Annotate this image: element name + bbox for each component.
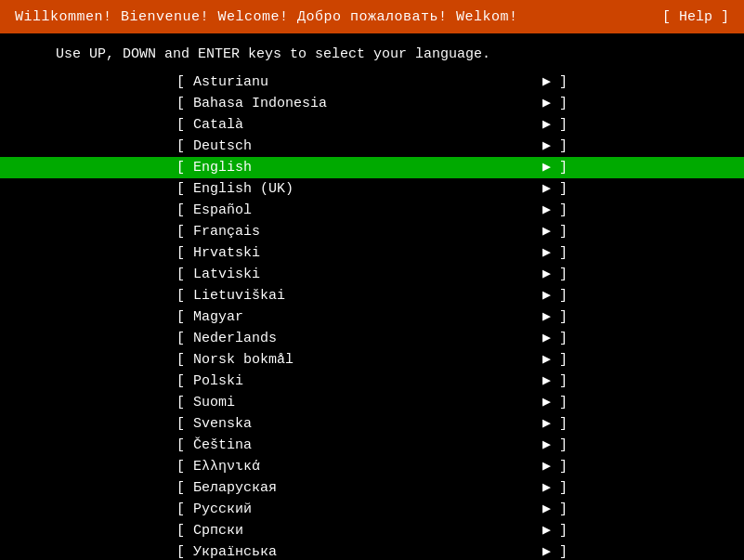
lang-arrow: ▶ ] bbox=[542, 350, 568, 370]
lang-arrow: ▶ ] bbox=[542, 94, 568, 113]
lang-arrow: ▶ ] bbox=[542, 72, 568, 92]
lang-label: [ English (UK) bbox=[176, 179, 294, 199]
lang-label: [ Беларуская bbox=[176, 478, 277, 498]
lang-arrow: ▶ ] bbox=[542, 115, 568, 135]
lang-arrow: ▶ ] bbox=[542, 158, 568, 177]
lang-arrow: ▶ ] bbox=[542, 243, 568, 263]
language-item[interactable]: [ Polski▶ ] bbox=[0, 371, 744, 392]
lang-label: [ Hrvatski bbox=[176, 243, 260, 263]
lang-label: [ English bbox=[176, 158, 252, 177]
lang-arrow: ▶ ] bbox=[542, 329, 568, 348]
header-bar: Willkommen! Bienvenue! Welcome! Добро по… bbox=[0, 0, 744, 33]
language-item[interactable]: [ Suomi▶ ] bbox=[0, 392, 744, 413]
language-item[interactable]: [ Magyar▶ ] bbox=[0, 306, 744, 328]
language-item[interactable]: [ Asturianu▶ ] bbox=[0, 72, 744, 93]
lang-label: [ Català bbox=[176, 115, 243, 135]
language-item[interactable]: [ Deutsch▶ ] bbox=[0, 136, 744, 157]
language-item[interactable]: [ Français▶ ] bbox=[0, 221, 744, 242]
lang-label: [ Español bbox=[176, 201, 252, 220]
lang-label: [ Српски bbox=[176, 521, 243, 540]
language-item[interactable]: [ Ελληνικά▶ ] bbox=[0, 456, 744, 477]
language-item[interactable]: [ English (UK)▶ ] bbox=[0, 178, 744, 200]
language-item[interactable]: [ Русский▶ ] bbox=[0, 499, 744, 520]
language-item[interactable]: [ Latviski▶ ] bbox=[0, 264, 744, 285]
lang-arrow: ▶ ] bbox=[542, 393, 568, 412]
language-item[interactable]: [ Español▶ ] bbox=[0, 200, 744, 221]
lang-arrow: ▶ ] bbox=[542, 307, 568, 327]
language-item[interactable]: [ Bahasa Indonesia▶ ] bbox=[0, 93, 744, 114]
header-title: Willkommen! Bienvenue! Welcome! Добро по… bbox=[15, 9, 518, 25]
language-item[interactable]: [ English▶ ] bbox=[0, 157, 744, 178]
lang-label: [ Lietuviškai bbox=[176, 286, 285, 306]
lang-arrow: ▶ ] bbox=[542, 286, 568, 306]
lang-label: [ Nederlands bbox=[176, 329, 277, 348]
instruction-text: Use UP, DOWN and ENTER keys to select yo… bbox=[0, 33, 744, 72]
lang-label: [ Svenska bbox=[176, 414, 252, 434]
lang-label: [ Deutsch bbox=[176, 137, 252, 156]
lang-label: [ Magyar bbox=[176, 307, 243, 327]
help-button[interactable]: [ Help ] bbox=[662, 9, 729, 25]
language-item[interactable]: [ Čeština▶ ] bbox=[0, 435, 744, 456]
lang-label: [ Ελληνικά bbox=[176, 457, 260, 476]
lang-arrow: ▶ ] bbox=[542, 265, 568, 284]
lang-label: [ Українська bbox=[176, 542, 277, 560]
language-item[interactable]: [ Українська▶ ] bbox=[0, 541, 744, 560]
lang-label: [ Polski bbox=[176, 371, 243, 391]
lang-arrow: ▶ ] bbox=[542, 457, 568, 476]
lang-arrow: ▶ ] bbox=[542, 500, 568, 519]
lang-arrow: ▶ ] bbox=[542, 137, 568, 156]
lang-label: [ Latviski bbox=[176, 265, 260, 284]
language-item[interactable]: [ Беларуская▶ ] bbox=[0, 477, 744, 499]
language-item[interactable]: [ Hrvatski▶ ] bbox=[0, 242, 744, 264]
lang-label: [ Bahasa Indonesia bbox=[176, 94, 327, 113]
lang-arrow: ▶ ] bbox=[542, 542, 568, 560]
lang-label: [ Čeština bbox=[176, 436, 252, 455]
language-item[interactable]: [ Català▶ ] bbox=[0, 114, 744, 136]
language-item[interactable]: [ Nederlands▶ ] bbox=[0, 328, 744, 349]
lang-arrow: ▶ ] bbox=[542, 478, 568, 498]
lang-arrow: ▶ ] bbox=[542, 521, 568, 540]
lang-label: [ Русский bbox=[176, 500, 252, 519]
lang-arrow: ▶ ] bbox=[542, 179, 568, 199]
lang-arrow: ▶ ] bbox=[542, 371, 568, 391]
lang-label: [ Asturianu bbox=[176, 72, 268, 92]
lang-label: [ Norsk bokmål bbox=[176, 350, 294, 370]
lang-label: [ Français bbox=[176, 222, 260, 241]
lang-arrow: ▶ ] bbox=[542, 201, 568, 220]
lang-arrow: ▶ ] bbox=[542, 414, 568, 434]
lang-arrow: ▶ ] bbox=[542, 222, 568, 241]
lang-arrow: ▶ ] bbox=[542, 436, 568, 455]
lang-label: [ Suomi bbox=[176, 393, 235, 412]
language-item[interactable]: [ Svenska▶ ] bbox=[0, 413, 744, 435]
language-list: [ Asturianu▶ ][ Bahasa Indonesia▶ ][ Cat… bbox=[0, 72, 744, 560]
language-item[interactable]: [ Norsk bokmål▶ ] bbox=[0, 349, 744, 371]
language-item[interactable]: [ Lietuviškai▶ ] bbox=[0, 285, 744, 306]
language-item[interactable]: [ Српски▶ ] bbox=[0, 520, 744, 541]
